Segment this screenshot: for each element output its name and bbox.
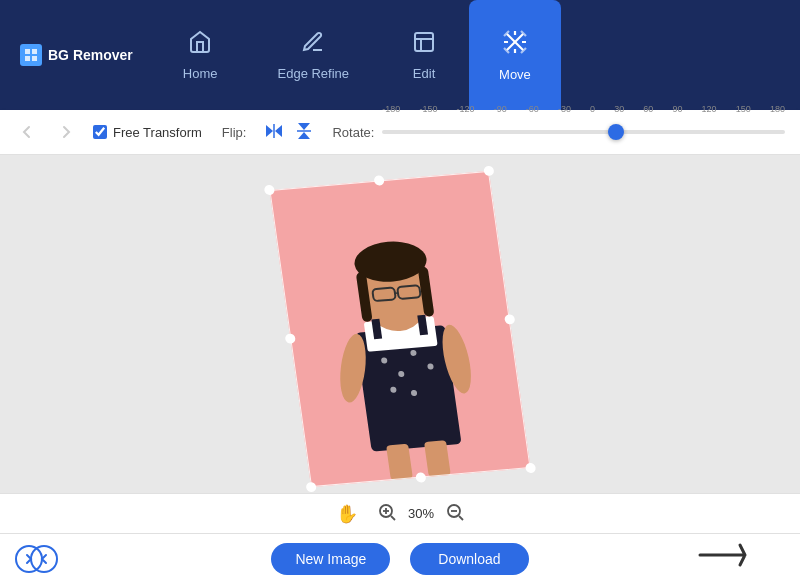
download-button[interactable]: Download — [410, 543, 528, 575]
svg-line-36 — [459, 516, 463, 520]
edit-icon — [412, 30, 436, 60]
new-image-button[interactable]: New Image — [271, 543, 390, 575]
prev-button[interactable] — [30, 545, 58, 573]
image-background — [269, 171, 530, 487]
zoom-in-icon[interactable] — [378, 503, 396, 525]
zoom-bar: ✋ 30% — [0, 493, 800, 533]
zoom-out-icon[interactable] — [446, 503, 464, 525]
canvas-area[interactable] — [0, 155, 800, 493]
tab-edit[interactable]: Edit — [379, 0, 469, 110]
flip-horizontal-button[interactable] — [261, 120, 287, 145]
hand-tool-icon[interactable]: ✋ — [336, 503, 358, 525]
flip-vertical-button[interactable] — [291, 120, 317, 145]
back-button[interactable] — [15, 120, 39, 144]
handle-top-right[interactable] — [483, 165, 494, 176]
app-title: BG Remover — [48, 47, 133, 63]
tab-edit-label: Edit — [413, 66, 435, 81]
footer: New Image Download — [0, 533, 800, 583]
rotate-track — [382, 130, 785, 134]
handle-bottom-right[interactable] — [525, 463, 536, 474]
rotate-tick-labels: -180-150-120-90-60-300306090120150180 — [382, 104, 785, 114]
svg-line-32 — [391, 516, 395, 520]
rotate-section: Rotate: -180-150-120-90-60-3003060901201… — [332, 118, 785, 146]
free-transform-label: Free Transform — [113, 125, 202, 140]
handle-middle-right[interactable] — [504, 314, 515, 325]
free-transform-toggle[interactable]: Free Transform — [93, 125, 202, 140]
toolbar: Free Transform Flip: Rotate: -180-150-12… — [0, 110, 800, 155]
svg-marker-8 — [298, 132, 310, 139]
free-transform-checkbox[interactable] — [93, 125, 107, 139]
svg-marker-6 — [298, 123, 310, 130]
home-icon — [188, 30, 212, 60]
rotate-thumb[interactable] — [608, 124, 624, 140]
logo-icon — [20, 44, 42, 66]
flip-label: Flip: — [222, 125, 247, 140]
flip-buttons — [261, 120, 317, 145]
app-logo: BG Remover — [10, 0, 143, 110]
handle-bottom-left[interactable] — [305, 482, 316, 493]
rotate-label: Rotate: — [332, 125, 374, 140]
tab-home-label: Home — [183, 66, 218, 81]
image-transform-container[interactable] — [269, 171, 530, 487]
forward-button[interactable] — [54, 120, 78, 144]
handle-bottom-middle[interactable] — [415, 472, 426, 483]
person-image — [269, 171, 530, 487]
edge-refine-icon — [301, 30, 325, 60]
tab-move[interactable]: Move — [469, 0, 561, 110]
move-icon — [502, 29, 528, 61]
svg-rect-0 — [415, 33, 433, 51]
rotate-slider[interactable]: -180-150-120-90-60-300306090120150180 — [382, 118, 785, 146]
svg-marker-5 — [275, 125, 282, 137]
svg-marker-3 — [266, 125, 273, 137]
tab-edge-refine-label: Edge Refine — [278, 66, 350, 81]
tab-home[interactable]: Home — [153, 0, 248, 110]
tab-edge-refine[interactable]: Edge Refine — [248, 0, 380, 110]
zoom-value: 30% — [408, 506, 434, 521]
nav-tabs: Home Edge Refine Edit — [153, 0, 561, 110]
arrow-indicator — [690, 540, 750, 577]
header: BG Remover Home Edge Refine — [0, 0, 800, 110]
tab-move-label: Move — [499, 67, 531, 82]
